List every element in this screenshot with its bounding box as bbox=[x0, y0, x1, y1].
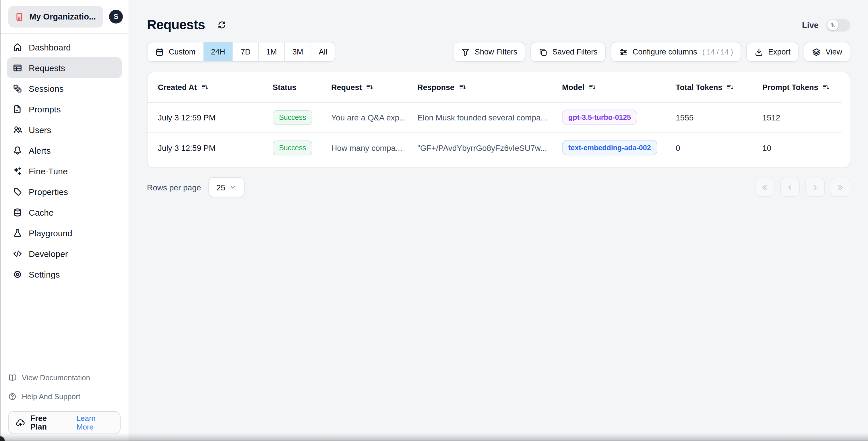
sidebar-item-label: Properties bbox=[29, 186, 68, 196]
pagination-last-button[interactable] bbox=[831, 178, 850, 197]
column-label: Model bbox=[562, 83, 584, 92]
pagination-next-button[interactable] bbox=[805, 178, 825, 197]
bell-icon bbox=[12, 145, 22, 155]
sidebar-item-playground[interactable]: Playground bbox=[7, 223, 122, 243]
column-header-request[interactable]: Request bbox=[331, 83, 417, 92]
toolbar: Custom 24H 7D 1M 3M All Show Filters bbox=[147, 42, 850, 62]
export-label: Export bbox=[768, 47, 790, 56]
time-range-3m[interactable]: 3M bbox=[285, 42, 311, 61]
request-cell: You are a Q&A exp... bbox=[331, 113, 417, 122]
column-label: Created At bbox=[158, 83, 197, 92]
pagination-prev-button[interactable] bbox=[780, 178, 800, 197]
book-open-icon bbox=[8, 373, 17, 382]
question-circle-icon bbox=[8, 392, 17, 401]
time-range-label: 24H bbox=[211, 47, 225, 56]
database-icon bbox=[12, 207, 22, 217]
sort-icon[interactable] bbox=[823, 83, 830, 91]
show-filters-button[interactable]: Show Filters bbox=[453, 42, 526, 62]
refresh-icon[interactable] bbox=[217, 20, 227, 30]
sidebar-nav: Dashboard Requests Sessions Prompts bbox=[0, 34, 129, 284]
pagination-first-button[interactable] bbox=[755, 178, 774, 197]
time-range-24h[interactable]: 24H bbox=[204, 42, 234, 61]
bolt-slash-icon bbox=[829, 22, 836, 28]
time-range-custom[interactable]: Custom bbox=[148, 42, 204, 61]
sidebar-item-dashboard[interactable]: Dashboard bbox=[7, 37, 122, 57]
column-header-created-at[interactable]: Created At bbox=[158, 83, 273, 92]
response-cell: Elon Musk founded several compa... bbox=[417, 113, 562, 122]
time-range-7d[interactable]: 7D bbox=[234, 42, 259, 61]
gear-icon bbox=[12, 269, 22, 279]
column-label: Request bbox=[331, 83, 362, 92]
sort-icon[interactable] bbox=[201, 83, 209, 91]
total-tokens-cell: 0 bbox=[676, 143, 763, 152]
sort-icon[interactable] bbox=[588, 83, 596, 91]
sidebar-item-fine-tune[interactable]: Fine-Tune bbox=[7, 161, 122, 181]
view-button[interactable]: View bbox=[804, 42, 850, 62]
configure-columns-button[interactable]: Configure columns ( 14 / 14 ) bbox=[611, 42, 741, 62]
column-header-model[interactable]: Model bbox=[562, 83, 676, 92]
sidebar-item-properties[interactable]: Properties bbox=[7, 181, 122, 202]
sidebar-item-users[interactable]: Users bbox=[7, 119, 122, 140]
sort-icon[interactable] bbox=[458, 83, 466, 91]
live-control: Live bbox=[802, 19, 850, 31]
table-footer: Rows per page 25 bbox=[147, 177, 850, 197]
sort-icon[interactable] bbox=[726, 83, 735, 91]
sidebar-item-label: Developer bbox=[29, 248, 68, 258]
sidebar-footer: View Documentation Help And Support Free… bbox=[0, 365, 129, 441]
saved-filters-button[interactable]: Saved Filters bbox=[530, 42, 606, 62]
sidebar-item-cache[interactable]: Cache bbox=[7, 202, 122, 223]
model-badge: text-embedding-ada-002 bbox=[562, 140, 657, 156]
chevron-left-icon bbox=[786, 183, 794, 191]
learn-more-link[interactable]: Learn More bbox=[76, 414, 113, 431]
plan-banner[interactable]: Free Plan Learn More bbox=[8, 411, 121, 434]
org-selector[interactable]: My Organizatio... bbox=[8, 6, 103, 28]
table-icon bbox=[12, 63, 22, 72]
sidebar-header: My Organizatio... S bbox=[0, 0, 129, 34]
help-and-support-link[interactable]: Help And Support bbox=[8, 387, 121, 406]
column-header-prompt-tokens[interactable]: Prompt Tokens bbox=[763, 83, 839, 92]
code-icon bbox=[12, 248, 22, 258]
cloud-upload-icon bbox=[16, 418, 25, 428]
column-label: Total Tokens bbox=[676, 83, 722, 92]
export-button[interactable]: Export bbox=[746, 42, 799, 62]
time-range-label: Custom bbox=[169, 47, 195, 56]
table-row[interactable]: July 3 12:59 PM Success You are a Q&A ex… bbox=[148, 102, 849, 133]
rows-per-page-value: 25 bbox=[216, 183, 225, 192]
toolbar-actions: Show Filters Saved Filters Configure col… bbox=[453, 42, 850, 62]
column-header-response[interactable]: Response bbox=[417, 83, 562, 92]
sort-icon[interactable] bbox=[366, 83, 374, 91]
sidebar-item-developer[interactable]: Developer bbox=[7, 243, 122, 264]
sidebar-item-label: Playground bbox=[29, 228, 72, 238]
live-toggle[interactable] bbox=[826, 19, 850, 31]
sidebar-item-prompts[interactable]: Prompts bbox=[7, 99, 122, 119]
model-cell: text-embedding-ada-002 bbox=[562, 140, 676, 156]
time-range-label: 7D bbox=[241, 47, 251, 56]
document-icon bbox=[12, 104, 22, 114]
time-range-all[interactable]: All bbox=[311, 42, 335, 61]
chevron-double-left-icon bbox=[761, 183, 769, 191]
copy-icon bbox=[538, 47, 548, 57]
sidebar-item-sessions[interactable]: Sessions bbox=[7, 78, 122, 99]
chevron-double-right-icon bbox=[836, 183, 844, 191]
rows-per-page-label: Rows per page bbox=[147, 183, 201, 192]
view-documentation-link[interactable]: View Documentation bbox=[8, 368, 121, 387]
layers-icon bbox=[812, 47, 821, 57]
column-header-total-tokens[interactable]: Total Tokens bbox=[676, 83, 763, 92]
sidebar-item-alerts[interactable]: Alerts bbox=[7, 140, 122, 161]
avatar[interactable]: S bbox=[109, 10, 123, 24]
sparkles-icon bbox=[12, 166, 22, 176]
page-header: Requests Live bbox=[147, 17, 850, 33]
table-row[interactable]: July 3 12:59 PM Success How many compa..… bbox=[148, 133, 849, 163]
time-range-label: All bbox=[319, 47, 327, 56]
rows-per-page-select[interactable]: 25 bbox=[208, 177, 245, 197]
time-range-1m[interactable]: 1M bbox=[259, 42, 285, 61]
help-and-support-label: Help And Support bbox=[22, 392, 81, 401]
show-filters-label: Show Filters bbox=[475, 47, 518, 56]
sidebar-item-requests[interactable]: Requests bbox=[7, 57, 122, 78]
sidebar-item-settings[interactable]: Settings bbox=[7, 264, 122, 284]
chevron-down-icon bbox=[229, 183, 237, 191]
sidebar-item-label: Alerts bbox=[29, 145, 51, 155]
column-header-status: Status bbox=[273, 83, 331, 92]
live-label: Live bbox=[802, 20, 818, 30]
prompt-tokens-cell: 10 bbox=[763, 143, 839, 152]
